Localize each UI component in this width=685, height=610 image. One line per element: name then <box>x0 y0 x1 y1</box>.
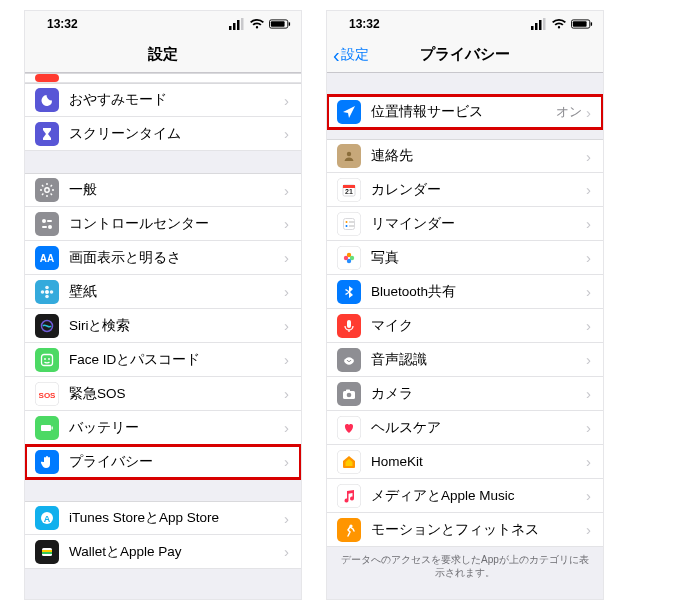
svg-point-42 <box>346 221 348 223</box>
reminders-icon <box>337 212 361 236</box>
svg-rect-45 <box>349 225 354 226</box>
svg-rect-50 <box>347 320 351 328</box>
row-label: コントロールセンター <box>69 215 284 233</box>
settings-screen: 13:32 設定 おやすみモード›スクリーンタイム› 一般›コントロールセンター… <box>24 10 302 600</box>
back-label: 設定 <box>341 46 369 64</box>
svg-point-20 <box>44 358 46 360</box>
chevron-right-icon: › <box>586 385 591 402</box>
row-contacts[interactable]: 連絡先› <box>327 139 603 173</box>
row-label: Bluetooth共有 <box>371 283 586 301</box>
chevron-right-icon: › <box>284 249 289 266</box>
row-label: 画面表示と明るさ <box>69 249 284 267</box>
svg-rect-24 <box>52 426 53 429</box>
svg-point-37 <box>347 152 351 156</box>
svg-rect-41 <box>344 218 355 229</box>
row-speech[interactable]: 音声認識› <box>327 343 603 377</box>
chevron-right-icon: › <box>586 283 591 300</box>
row-moon[interactable]: おやすみモード› <box>25 83 301 117</box>
privacy-list[interactable]: 位置情報サービスオン› 連絡先›21カレンダー›リマインダー›写真›Blueto… <box>327 73 603 599</box>
row-health[interactable]: ヘルスケア› <box>327 411 603 445</box>
row-label: カレンダー <box>371 181 586 199</box>
row-camera[interactable]: カメラ› <box>327 377 603 411</box>
mic-icon <box>337 314 361 338</box>
row-gear[interactable]: 一般› <box>25 173 301 207</box>
row-appstore[interactable]: AiTunes StoreとApp Store› <box>25 501 301 535</box>
row-label: 音声認識 <box>371 351 586 369</box>
row-flower[interactable]: 壁紙› <box>25 275 301 309</box>
signal-icon <box>531 16 547 32</box>
row-location[interactable]: 位置情報サービスオン› <box>327 95 603 129</box>
calendar-icon: 21 <box>337 178 361 202</box>
row-photos[interactable]: 写真› <box>327 241 603 275</box>
row-music[interactable]: メディアとApple Music› <box>327 479 603 513</box>
row-sos[interactable]: SOS緊急SOS› <box>25 377 301 411</box>
row-calendar[interactable]: 21カレンダー› <box>327 173 603 207</box>
svg-rect-44 <box>349 221 354 222</box>
back-button[interactable]: ‹ 設定 <box>333 46 369 64</box>
chevron-right-icon: › <box>586 181 591 198</box>
row-face[interactable]: Face IDとパスコード› <box>25 343 301 377</box>
row-aa[interactable]: AA画面表示と明るさ› <box>25 241 301 275</box>
chevron-right-icon: › <box>586 419 591 436</box>
row-mic[interactable]: マイク› <box>327 309 603 343</box>
svg-point-15 <box>45 294 49 298</box>
row-battery[interactable]: バッテリー› <box>25 411 301 445</box>
row-label: スクリーンタイム <box>69 125 284 143</box>
battery-icon <box>571 16 593 32</box>
hand-icon <box>35 450 59 474</box>
row-bluetooth[interactable]: Bluetooth共有› <box>327 275 603 309</box>
row-sliver <box>25 73 301 83</box>
svg-point-21 <box>48 358 50 360</box>
svg-rect-11 <box>42 226 47 228</box>
svg-text:A: A <box>44 514 51 524</box>
row-hand[interactable]: プライバシー› <box>25 445 301 479</box>
svg-point-49 <box>344 255 348 259</box>
chevron-right-icon: › <box>586 317 591 334</box>
chevron-right-icon: › <box>586 521 591 538</box>
bluetooth-icon <box>337 280 361 304</box>
row-label: 連絡先 <box>371 147 586 165</box>
row-switches[interactable]: コントロールセンター› <box>25 207 301 241</box>
svg-rect-9 <box>47 220 52 222</box>
row-wallet[interactable]: WalletとApple Pay› <box>25 535 301 569</box>
svg-rect-23 <box>41 425 51 431</box>
appstore-icon: A <box>35 506 59 530</box>
photos-icon <box>337 246 361 270</box>
svg-point-13 <box>45 290 49 294</box>
location-icon <box>337 100 361 124</box>
svg-rect-2 <box>237 20 240 30</box>
speech-icon <box>337 348 361 372</box>
settings-list[interactable]: おやすみモード›スクリーンタイム› 一般›コントロールセンター›AA画面表示と明… <box>25 73 301 599</box>
status-time: 13:32 <box>47 17 78 31</box>
camera-icon <box>337 382 361 406</box>
chevron-right-icon: › <box>284 317 289 334</box>
row-detail: オン <box>556 103 582 121</box>
row-motion[interactable]: モーションとフィットネス› <box>327 513 603 547</box>
svg-text:21: 21 <box>345 188 353 195</box>
group-gap <box>25 479 301 501</box>
svg-text:AA: AA <box>40 253 54 264</box>
chevron-right-icon: › <box>284 125 289 142</box>
svg-point-17 <box>50 290 54 294</box>
svg-rect-36 <box>591 22 592 26</box>
row-label: iTunes StoreとApp Store <box>69 509 284 527</box>
row-label: WalletとApple Pay <box>69 543 284 561</box>
sliver-icon <box>35 74 59 82</box>
row-homekit[interactable]: HomeKit› <box>327 445 603 479</box>
svg-rect-53 <box>346 389 350 391</box>
row-label: 壁紙 <box>69 283 284 301</box>
chevron-right-icon: › <box>284 283 289 300</box>
row-hourglass[interactable]: スクリーンタイム› <box>25 117 301 151</box>
group-gap <box>327 129 603 139</box>
chevron-right-icon: › <box>284 182 289 199</box>
svg-rect-3 <box>241 18 244 30</box>
aa-icon: AA <box>35 246 59 270</box>
moon-icon <box>35 88 59 112</box>
chevron-right-icon: › <box>284 510 289 527</box>
flower-icon <box>35 280 59 304</box>
svg-rect-35 <box>573 21 587 27</box>
row-reminders[interactable]: リマインダー› <box>327 207 603 241</box>
chevron-right-icon: › <box>284 92 289 109</box>
row-siri[interactable]: Siriと検索› <box>25 309 301 343</box>
footer-note: データへのアクセスを要求したAppが上のカテゴリに表示されます。 <box>327 547 603 587</box>
